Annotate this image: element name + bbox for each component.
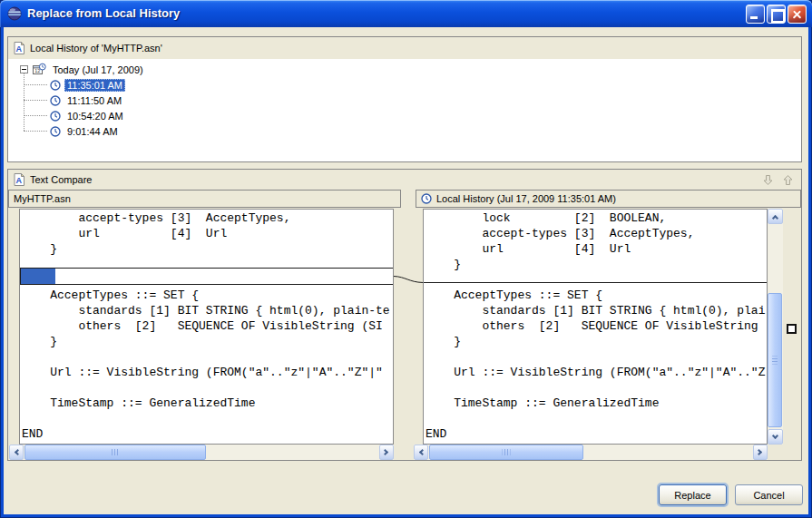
revision-item[interactable]: 9:01:44 AM bbox=[8, 123, 801, 139]
arrow-down-icon bbox=[762, 174, 774, 186]
scroll-right-button[interactable] bbox=[753, 445, 768, 460]
clock-icon bbox=[50, 126, 61, 137]
diff-change-bar bbox=[20, 268, 393, 285]
vscroll-thumb[interactable] bbox=[768, 293, 782, 427]
eclipse-logo-icon bbox=[7, 6, 22, 21]
close-button[interactable] bbox=[788, 5, 807, 24]
text-compare-panel: A Text Compare M bbox=[7, 169, 802, 461]
scroll-right-button[interactable] bbox=[379, 445, 394, 460]
chevron-left-icon bbox=[419, 449, 426, 455]
left-pane-title: MyHTTP.asn bbox=[14, 193, 71, 204]
local-history-panel: A Local History of 'MyHTTP.asn' 12 bbox=[7, 36, 802, 162]
asn-file-icon: A bbox=[14, 173, 24, 186]
chevron-left-icon bbox=[15, 449, 21, 455]
left-hscroll-thumb[interactable] bbox=[24, 445, 206, 460]
revision-label[interactable]: 9:01:44 AM bbox=[64, 125, 121, 138]
asn-file-icon: A bbox=[14, 42, 24, 54]
clock-icon bbox=[50, 80, 61, 91]
left-annotation-ruler bbox=[9, 209, 19, 445]
scroll-down-button[interactable] bbox=[768, 429, 783, 445]
svg-text:A: A bbox=[16, 176, 23, 185]
dialog-window: Replace from Local History A Local Histo… bbox=[0, 0, 812, 518]
revision-item[interactable]: 10:54:20 AM bbox=[8, 108, 801, 123]
maximize-button[interactable] bbox=[767, 5, 786, 24]
text-compare-header: A Text Compare bbox=[8, 170, 801, 190]
left-hscroll-track[interactable] bbox=[24, 445, 379, 460]
right-vertical-scrollbar[interactable] bbox=[768, 209, 783, 445]
window-title: Replace from Local History bbox=[27, 0, 180, 26]
svg-text:A: A bbox=[16, 44, 23, 54]
revision-label-selected[interactable]: 11:35:01 AM bbox=[64, 79, 125, 92]
replace-button[interactable]: Replace bbox=[659, 484, 727, 505]
collapse-minus-icon[interactable] bbox=[20, 65, 28, 73]
right-code-text[interactable]: lock [2] BOOLEAN, accept-types [3] Accep… bbox=[424, 210, 767, 442]
dialog-client-area: A Local History of 'MyHTTP.asn' 12 bbox=[4, 27, 808, 514]
chevron-right-icon bbox=[756, 449, 762, 455]
right-code-editor[interactable]: lock [2] BOOLEAN, accept-types [3] Accep… bbox=[423, 209, 768, 445]
diff-insertion-line bbox=[424, 282, 767, 283]
left-editor: accept-types [3] AcceptTypes, url [4] Ur… bbox=[9, 209, 394, 445]
clock-icon bbox=[421, 193, 432, 204]
diff-overview-ruler[interactable] bbox=[784, 209, 802, 460]
right-hscroll-thumb[interactable] bbox=[429, 445, 583, 460]
arrow-up-icon bbox=[782, 174, 794, 186]
right-annotation-ruler bbox=[414, 209, 423, 445]
diff-overview-marker[interactable] bbox=[787, 324, 797, 334]
tree-node-today[interactable]: 12 Today (Jul 17, 2009) bbox=[8, 62, 801, 77]
minimize-button[interactable] bbox=[746, 5, 765, 24]
svg-text:12: 12 bbox=[34, 68, 40, 73]
clock-icon bbox=[50, 95, 61, 106]
chevron-right-icon bbox=[382, 449, 388, 455]
local-history-panel-title: Local History of 'MyHTTP.asn' bbox=[30, 43, 162, 54]
local-history-panel-header: A Local History of 'MyHTTP.asn' bbox=[8, 37, 801, 58]
text-compare-title: Text Compare bbox=[30, 174, 92, 185]
clock-icon bbox=[50, 111, 61, 122]
right-horizontal-scrollbar[interactable] bbox=[414, 445, 768, 460]
revision-item[interactable]: 11:11:50 AM bbox=[8, 93, 801, 108]
scroll-left-button[interactable] bbox=[414, 445, 428, 460]
scroll-left-button[interactable] bbox=[9, 445, 24, 460]
right-pane-header: Local History (Jul 17, 2009 11:35:01 AM) bbox=[416, 190, 801, 208]
previous-difference-button[interactable] bbox=[779, 172, 796, 188]
left-horizontal-scrollbar[interactable] bbox=[9, 445, 394, 460]
diff-change-highlight bbox=[21, 269, 55, 284]
scroll-up-button[interactable] bbox=[768, 209, 783, 224]
cancel-button[interactable]: Cancel bbox=[735, 484, 803, 505]
calendar-icon: 12 bbox=[32, 63, 46, 77]
history-tree[interactable]: 12 Today (Jul 17, 2009) 11:35:01 AM bbox=[8, 59, 801, 161]
chevron-down-icon bbox=[772, 432, 778, 438]
left-code-editor[interactable]: accept-types [3] AcceptTypes, url [4] Ur… bbox=[19, 209, 394, 445]
revision-label[interactable]: 10:54:20 AM bbox=[64, 110, 126, 122]
chevron-up-icon bbox=[772, 214, 778, 220]
title-bar[interactable]: Replace from Local History bbox=[0, 0, 812, 27]
right-editor: lock [2] BOOLEAN, accept-types [3] Accep… bbox=[414, 209, 783, 445]
revision-label[interactable]: 11:11:50 AM bbox=[64, 94, 124, 107]
tree-node-label[interactable]: Today (Jul 17, 2009) bbox=[50, 64, 146, 76]
left-code-text[interactable]: accept-types [3] AcceptTypes, url [4] Ur… bbox=[20, 210, 393, 442]
right-pane-title: Local History (Jul 17, 2009 11:35:01 AM) bbox=[436, 193, 616, 204]
next-difference-button[interactable] bbox=[759, 172, 776, 188]
right-hscroll-track[interactable] bbox=[428, 445, 753, 460]
left-pane-header: MyHTTP.asn bbox=[8, 190, 401, 208]
revision-item[interactable]: 11:35:01 AM bbox=[8, 77, 801, 93]
